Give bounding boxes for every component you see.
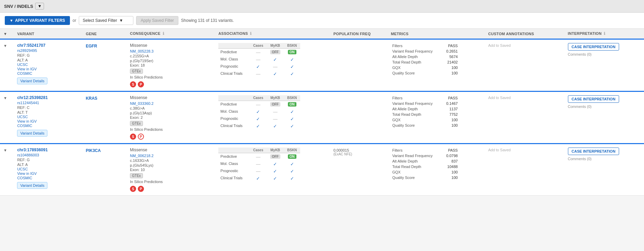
row1-badge-p: P (138, 81, 144, 87)
row1-predictive-bskn: ON (284, 48, 300, 56)
assoc-header-cases: Cases (250, 43, 267, 48)
row2-hgvs-c: c.38G>A (130, 106, 211, 110)
snv-indels-dropdown[interactable]: ▼ (35, 3, 44, 10)
row1-gene-cell[interactable]: EGFR (82, 39, 127, 92)
row3-consequence-cell: Missense NM_006218.2 c.1633G>A p.(Glu545… (127, 144, 215, 196)
row3-igv-link[interactable]: View in IGV (17, 171, 79, 176)
row2-case-interpretation-button[interactable]: CASE INTERPRETATION (568, 95, 619, 103)
row3-case-interpretation-button[interactable]: CASE INTERPRETATION (568, 148, 619, 155)
row3-gtex-badge[interactable]: GTEx (130, 173, 143, 178)
row1-prognostic-bskn: ✓ (284, 63, 300, 70)
row3-badge-p: P (138, 186, 144, 192)
row1-consequence-cell: Missense NM_005228.3 c.2155G>A p.(Gly719… (127, 39, 215, 92)
popfreq-col-header: POPULATION FREQ (330, 29, 387, 39)
row1-exon: Exon: 18 (130, 63, 211, 67)
row1-gtex-badge[interactable]: GTEx (130, 69, 143, 74)
row2-alt: ALT: T (17, 110, 79, 114)
row2-assoc-table: Cases MyKB BSKN Predictive — OFF ON (218, 95, 300, 130)
row2-comments-link[interactable]: Comments (0) (568, 104, 641, 109)
row3-prognostic-cases: — (250, 168, 267, 175)
saved-filter-dropdown[interactable]: Select Saved Filter ▼ (79, 16, 133, 25)
row2-clinical-cases: ✓ (250, 123, 267, 130)
row3-prognostic-mykb: ✓ (267, 168, 284, 175)
row3-cosmic-link[interactable]: COSMIC (17, 176, 79, 180)
row3-gene-cell[interactable]: PIK3CA (82, 144, 127, 196)
row2-add-to-saved[interactable]: Add to Saved (488, 96, 511, 100)
row2-gene-cell[interactable]: KRAS (82, 92, 127, 144)
row2-custom-cell: Add to Saved (485, 92, 564, 144)
showing-variants-text: Showing 131 of 131 variants. (181, 18, 234, 23)
row2-ucsc-link[interactable]: UCSC (17, 115, 79, 119)
row1-cosmic-link[interactable]: COSMIC (17, 71, 79, 75)
row1-expander[interactable]: ▼ (0, 39, 14, 92)
row2-exon: Exon: 2 (130, 115, 211, 120)
row3-expander[interactable]: ▼ (0, 144, 14, 196)
row2-predictive-mykb: OFF (267, 101, 284, 108)
row2-igv-link[interactable]: View in IGV (17, 119, 79, 123)
row1-case-interpretation-button[interactable]: CASE INTERPRETATION (568, 43, 619, 51)
row1-metrics-cell: FiltersPASS Variant Read Frequency0.2651… (387, 39, 485, 92)
row1-popfreq-cell (330, 39, 387, 92)
associations-info-icon[interactable]: ℹ (250, 31, 251, 36)
row2-prognostic-label: Prognostic (218, 115, 250, 123)
row2-clinical-bskn: ✓ (284, 123, 300, 130)
row3-custom-cell: Add to Saved (485, 144, 564, 196)
assoc-header-cases: Cases (250, 95, 267, 101)
row1-predictive-label: Predictive (218, 48, 250, 56)
row1-molclass-bskn: ✓ (284, 56, 300, 63)
filter-bar: ▼ APPLY VARIANT FILTERS or Select Saved … (0, 13, 644, 29)
row3-molclass-bskn: ✓ (284, 161, 300, 168)
row3-molclass-mykb: ✓ (267, 161, 284, 168)
row3-comments-link[interactable]: Comments (0) (568, 157, 641, 161)
expand-all-icon[interactable]: ▼ (3, 32, 7, 36)
row1-associations-cell: Cases MyKB BSKN Predictive — OFF ON (215, 39, 330, 92)
row3-alt: ALT: A (17, 163, 79, 167)
row1-predictive-mykb: OFF (267, 48, 284, 56)
row2-rs-id[interactable]: rs112445441 (17, 101, 79, 105)
assoc-header-mykb: MyKB (267, 43, 284, 48)
row2-cosmic-link[interactable]: COSMIC (17, 124, 79, 128)
row3-variant-details-button[interactable]: Variant Details (17, 182, 47, 189)
consequence-col-header: CONSEQUENCE ℹ (127, 29, 215, 39)
row1-add-to-saved[interactable]: Add to Saved (488, 43, 511, 47)
assoc-header-cases: Cases (250, 148, 267, 153)
row3-predictive-bskn: ON (284, 153, 300, 161)
row1-variant-details-button[interactable]: Variant Details (17, 78, 47, 84)
interp-info-icon[interactable]: ℹ (604, 31, 605, 36)
expand-all-col[interactable]: ▼ (0, 29, 14, 39)
row1-clinical-bskn: ✓ (284, 70, 300, 78)
consequence-info-icon[interactable]: ℹ (163, 31, 164, 36)
row1-clinical-label: Clinical Trials (218, 70, 250, 78)
row3-ucsc-link[interactable]: UCSC (17, 167, 79, 171)
row2-molclass-bskn: ✓ (284, 108, 300, 115)
row2-chrom-pos[interactable]: chr12:25398281 (17, 95, 79, 100)
row1-comments-link[interactable]: Comments (0) (568, 52, 641, 56)
row2-prognostic-mykb: — (267, 115, 284, 123)
row1-hgvs-p: p.(Gly719Ser) (130, 59, 211, 63)
row3-assoc-table: Cases MyKB BSKN Predictive — OFF ON (218, 148, 300, 182)
row3-rs-id[interactable]: rs104886003 (17, 153, 79, 157)
row1-nm-link[interactable]: NM_005228.3 (130, 49, 211, 53)
variant-col-header: VARIANT (14, 29, 82, 39)
row3-add-to-saved[interactable]: Add to Saved (488, 148, 511, 152)
row3-molclass-label: Mol. Class (218, 161, 250, 168)
row1-chrom-pos[interactable]: chr7:55241707 (17, 43, 79, 48)
row1-ref: REF: G (17, 53, 79, 57)
row3-metrics-table: FiltersPASS Variant Read Frequency0.0798… (391, 148, 459, 180)
row2-nm-link[interactable]: NM_033360.2 (130, 101, 211, 106)
row1-rs-id[interactable]: rs28929495 (17, 48, 79, 53)
apply-saved-filter-button[interactable]: Apply Saved Filter (136, 16, 178, 25)
row2-gtex-badge[interactable]: GTEx (130, 121, 143, 126)
row2-variant-details-button[interactable]: Variant Details (17, 130, 47, 137)
row1-ucsc-link[interactable]: UCSC (17, 62, 79, 67)
row1-consequence-type: Missense (130, 43, 211, 48)
row1-igv-link[interactable]: View in IGV (17, 67, 79, 71)
row2-expander[interactable]: ▼ (0, 92, 14, 144)
filter-icon: ▼ (10, 18, 13, 23)
apply-variant-filters-button[interactable]: ▼ APPLY VARIANT FILTERS (5, 16, 70, 25)
row2-insilico-label: In Silico Predictions (130, 127, 211, 131)
row3-nm-link[interactable]: NM_006218.2 (130, 154, 211, 158)
row2-molclass-cases: ✓ (250, 108, 267, 115)
row3-chrom-pos[interactable]: chr3:178936091 (17, 148, 79, 152)
row3-ref: REF: G (17, 158, 79, 162)
